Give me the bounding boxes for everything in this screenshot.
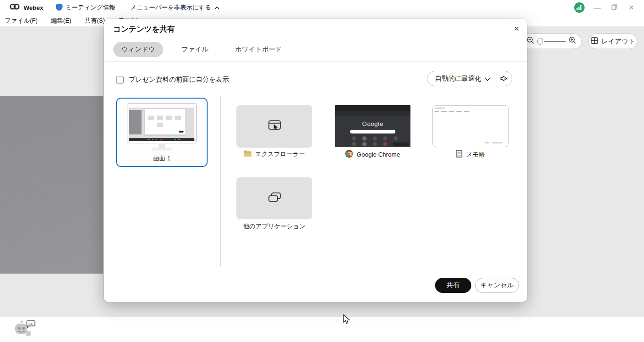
optimize-dropdown-group: 自動的に最適化 <box>427 71 512 86</box>
screen-1-thumbnail <box>127 103 197 143</box>
dialog-cancel-button[interactable]: キャンセル <box>475 278 519 293</box>
chrome-logo-text: Google <box>335 120 410 127</box>
zoom-slider-handle[interactable] <box>537 38 543 45</box>
app-title: Webex <box>24 4 43 11</box>
chevron-up-icon <box>214 4 220 11</box>
chrome-tabstrip <box>335 105 410 111</box>
explorer-folder-icon <box>244 150 251 158</box>
window-label-notepad: メモ帳 <box>432 150 509 159</box>
zoom-out-icon[interactable] <box>527 36 535 46</box>
chrome-addressbar <box>335 111 410 116</box>
layout-grid-icon <box>591 37 598 45</box>
show-me-in-front-row: プレゼン資料の前面に自分を表示 <box>116 75 229 84</box>
monitor-stand <box>159 144 165 148</box>
meeting-info-label: ミーティング情報 <box>66 3 116 12</box>
meeting-controls-bar <box>0 317 644 342</box>
notepad-icon <box>456 150 462 159</box>
show-me-in-front-checkbox[interactable] <box>116 76 124 83</box>
stacked-windows-icon <box>268 191 282 206</box>
layout-label: レイアウト <box>602 37 636 46</box>
zoom-in-icon[interactable] <box>569 36 577 46</box>
hide-menubar-button[interactable]: メニューバーを非表示にする <box>130 3 219 12</box>
window-card-explorer[interactable] <box>236 105 312 148</box>
chrome-searchbox <box>350 130 395 133</box>
dialog-close-icon[interactable]: ✕ <box>510 23 523 35</box>
window-label-chrome: Google Chrome <box>335 150 410 159</box>
connection-quality-indicator[interactable] <box>574 2 585 13</box>
self-video-tile[interactable] <box>0 96 103 274</box>
share-audio-muted-icon[interactable] <box>496 71 512 86</box>
show-me-in-front-label: プレゼン資料の前面に自分を表示 <box>129 75 229 84</box>
webex-logo-icon <box>9 3 20 12</box>
restore-button[interactable] <box>610 4 619 11</box>
screen-1-card[interactable]: 画面 1 <box>116 98 208 167</box>
meeting-info-button[interactable]: ミーティング情報 <box>56 3 116 12</box>
hide-menubar-label: メニューバーを非表示にする <box>130 3 211 12</box>
dialog-title: コンテンツを共有 <box>113 25 175 34</box>
share-content-dialog: コンテンツを共有 ✕ ウィンドウ ファイル ホワイトボード プレゼン資料の前面に… <box>104 19 527 302</box>
menu-file[interactable]: ファイル(F) <box>5 17 38 25</box>
optimize-label: 自動的に最適化 <box>435 75 481 83</box>
minimize-button[interactable]: — <box>593 4 602 11</box>
window-card-notepad[interactable] <box>432 105 509 147</box>
menu-edit[interactable]: 編集(E) <box>51 17 71 25</box>
layout-button[interactable]: レイアウト <box>588 33 637 49</box>
tab-file[interactable]: ファイル <box>174 42 217 57</box>
window-card-chrome[interactable]: Google <box>335 105 410 147</box>
chrome-icon <box>345 150 353 159</box>
window-label-explorer: エクスプローラー <box>236 150 312 158</box>
svg-text:CC: CC <box>28 322 33 325</box>
tab-whiteboard[interactable]: ホワイトボード <box>227 42 290 57</box>
optimize-dropdown[interactable]: 自動的に最適化 <box>427 71 496 86</box>
stage-zoom-control <box>521 33 582 49</box>
menu-share[interactable]: 共有(S) <box>84 17 105 25</box>
window-card-other-apps[interactable] <box>236 177 312 219</box>
window-cursor-icon <box>268 119 282 133</box>
content-divider <box>220 96 221 267</box>
screen-1-label: 画面 1 <box>117 154 207 163</box>
close-window-button[interactable]: ✕ <box>627 4 636 11</box>
zoom-slider-track[interactable] <box>544 41 566 42</box>
webex-assistant-icon[interactable]: CC <box>11 319 36 340</box>
tab-window[interactable]: ウィンドウ <box>113 42 163 57</box>
shield-icon <box>56 3 63 12</box>
dialog-share-button[interactable]: 共有 <box>435 278 471 293</box>
monitor-base <box>151 148 172 150</box>
window-label-other-apps: 他のアプリケーション <box>236 222 312 231</box>
titlebar: Webex ミーティング情報 メニューバーを非表示にする — ✕ <box>0 0 644 15</box>
chrome-footer-chip <box>393 142 409 146</box>
share-tabs: ウィンドウ ファイル ホワイトボード <box>113 42 290 57</box>
chevron-down-icon <box>485 75 490 83</box>
tabs-divider <box>104 61 527 62</box>
